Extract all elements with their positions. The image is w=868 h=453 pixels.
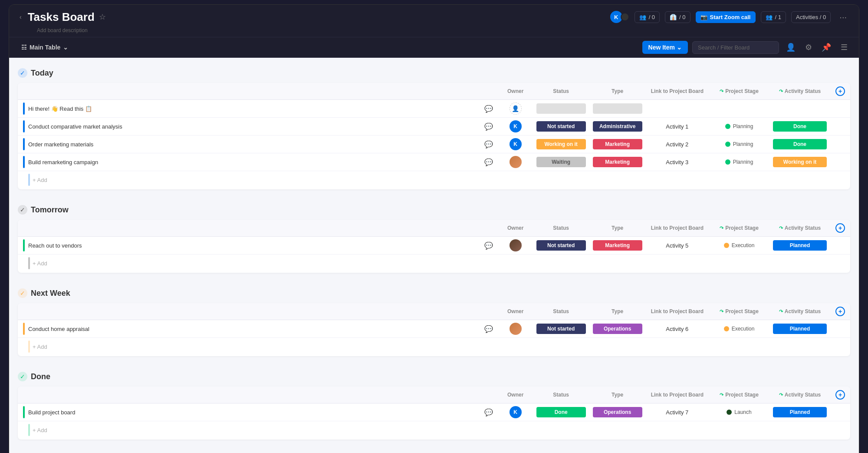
task-type-cell[interactable]: Marketing <box>589 153 646 171</box>
task-status-cell[interactable]: Working on it <box>533 136 589 153</box>
task-status-cell[interactable]: Not started <box>533 118 589 136</box>
task-link-cell[interactable]: Activity 2 <box>646 136 709 153</box>
comment-icon[interactable]: 💬 <box>484 158 493 166</box>
col-add-header[interactable]: + <box>830 387 850 403</box>
collapse-btn[interactable]: ‹ <box>18 12 23 22</box>
search-input[interactable] <box>692 41 779 54</box>
task-activity-status-cell[interactable]: Working on it <box>769 153 830 171</box>
task-name-cell: Order marketing materials 💬 <box>18 136 498 153</box>
task-activity-status-cell[interactable]: Done <box>769 118 830 136</box>
comment-icon[interactable]: 💬 <box>484 325 493 333</box>
task-stage-cell[interactable]: Launch <box>709 403 769 421</box>
table-row[interactable]: Reach out to vendors 💬 Not started Marke… <box>18 237 850 255</box>
comment-icon[interactable]: 💬 <box>484 140 493 149</box>
task-link-cell[interactable]: Activity 7 <box>646 403 709 421</box>
add-item-cell[interactable]: + Add <box>18 421 850 440</box>
task-activity-status-cell[interactable]: Planned <box>769 320 830 338</box>
task-stage-cell[interactable]: Planning <box>709 136 769 153</box>
add-column-btn[interactable]: + <box>835 223 845 233</box>
add-column-btn[interactable]: + <box>835 307 845 316</box>
col-add-header[interactable]: + <box>830 220 850 237</box>
col-link-header: Link to Project Board <box>646 303 709 320</box>
task-type-cell[interactable]: Administrative <box>589 118 646 136</box>
table-row[interactable]: Conduct comparative market analysis 💬 K … <box>18 118 850 136</box>
task-color-bar <box>23 323 25 335</box>
table-row[interactable]: Hi there! 👋 Read this 📋 💬 👤 <box>18 100 850 118</box>
task-activity-status-cell[interactable] <box>769 100 830 118</box>
task-stage-cell[interactable]: Execution <box>709 237 769 255</box>
add-item-cell[interactable]: + Add <box>18 171 850 190</box>
table-row[interactable]: Build project board 💬 K Done Operations … <box>18 403 850 421</box>
owner-avatar: K <box>510 138 522 150</box>
table-row[interactable]: Build remarketing campaign 💬 Waiting Mar… <box>18 153 850 171</box>
task-type-cell[interactable]: Marketing <box>589 237 646 255</box>
comment-icon[interactable]: 💬 <box>484 105 493 113</box>
col-add-header[interactable]: + <box>830 83 850 100</box>
task-type-cell[interactable]: Marketing <box>589 136 646 153</box>
new-item-btn[interactable]: New Item ⌄ <box>642 41 688 54</box>
add-label[interactable]: + Add <box>33 344 47 350</box>
add-color-bar <box>28 341 30 353</box>
add-item-cell[interactable]: + Add <box>18 255 850 273</box>
add-label[interactable]: + Add <box>33 177 47 183</box>
task-stage-cell[interactable] <box>709 100 769 118</box>
task-type-cell[interactable]: Operations <box>589 320 646 338</box>
add-label[interactable]: + Add <box>33 427 47 433</box>
toolbar-right: New Item ⌄ 👤 ⚙ 📌 ☰ <box>642 41 850 54</box>
activity-status-badge: Planned <box>773 407 827 417</box>
task-stage-cell[interactable]: Execution <box>709 320 769 338</box>
col-add-header[interactable]: + <box>830 303 850 320</box>
add-label[interactable]: + Add <box>33 260 47 267</box>
table-selector[interactable]: ☷ Main Table ⌄ <box>18 42 72 53</box>
task-type-cell[interactable]: Operations <box>589 403 646 421</box>
task-stage-cell[interactable]: Planning <box>709 118 769 136</box>
star-icon[interactable]: ☆ <box>99 12 106 22</box>
group-header-tomorrow[interactable]: ✓ Tomorrow <box>18 203 850 216</box>
task-activity-status-cell[interactable]: Planned <box>769 237 830 255</box>
hand-btn[interactable]: 👔 / 0 <box>665 11 690 23</box>
invite-btn[interactable]: 👥 / 0 <box>635 11 660 23</box>
activities-btn[interactable]: Activities / 0 <box>791 11 831 23</box>
filter-icon[interactable]: ☰ <box>838 41 850 54</box>
task-link-cell[interactable]: Activity 3 <box>646 153 709 171</box>
col-stage-header: ↷Project Stage <box>709 220 769 237</box>
task-status-cell[interactable]: Not started <box>533 237 589 255</box>
group-header-done[interactable]: ✓ Done <box>18 370 850 383</box>
task-link-cell[interactable]: Activity 1 <box>646 118 709 136</box>
task-status-cell[interactable]: Done <box>533 403 589 421</box>
add-item-cell[interactable]: + Add <box>18 338 850 357</box>
add-row[interactable]: + Add <box>18 421 850 440</box>
person-filter-icon[interactable]: 👤 <box>783 41 798 54</box>
add-row[interactable]: + Add <box>18 171 850 190</box>
task-activity-status-cell[interactable]: Done <box>769 136 830 153</box>
add-row[interactable]: + Add <box>18 338 850 357</box>
table-row[interactable]: Order marketing materials 💬 K Working on… <box>18 136 850 153</box>
more-btn[interactable]: ··· <box>836 10 850 24</box>
task-link-cell[interactable]: Activity 5 <box>646 237 709 255</box>
invite-people-btn[interactable]: 👥 / 1 <box>761 11 786 23</box>
board-subtitle[interactable]: Add board description <box>18 27 850 37</box>
settings-icon[interactable]: ⚙ <box>802 41 815 54</box>
task-link-cell[interactable] <box>646 100 709 118</box>
task-activity-status-cell[interactable]: Planned <box>769 403 830 421</box>
col-status-header: Status <box>533 220 589 237</box>
add-column-btn[interactable]: + <box>835 390 845 400</box>
task-status-cell[interactable]: Not started <box>533 320 589 338</box>
task-status-cell[interactable]: Waiting <box>533 153 589 171</box>
task-stage-cell[interactable]: Planning <box>709 153 769 171</box>
add-row[interactable]: + Add <box>18 255 850 273</box>
group-header-today[interactable]: ✓ Today <box>18 66 850 79</box>
group-today: ✓ Today Owner Status Type Link to Projec… <box>18 66 850 189</box>
task-type-cell[interactable] <box>589 100 646 118</box>
add-column-btn[interactable]: + <box>835 86 845 96</box>
pin-icon[interactable]: 📌 <box>819 41 834 54</box>
table-row[interactable]: Conduct home appraisal 💬 Not started Ope… <box>18 320 850 338</box>
table-next-week: Owner Status Type Link to Project Board … <box>18 303 850 356</box>
group-header-next-week[interactable]: ✓ Next Week <box>18 287 850 300</box>
comment-icon[interactable]: 💬 <box>484 241 493 250</box>
comment-icon[interactable]: 💬 <box>484 408 493 417</box>
comment-icon[interactable]: 💬 <box>484 122 493 131</box>
zoom-btn[interactable]: 📷 Start Zoom call <box>696 11 756 23</box>
task-link-cell[interactable]: Activity 6 <box>646 320 709 338</box>
task-status-cell[interactable] <box>533 100 589 118</box>
